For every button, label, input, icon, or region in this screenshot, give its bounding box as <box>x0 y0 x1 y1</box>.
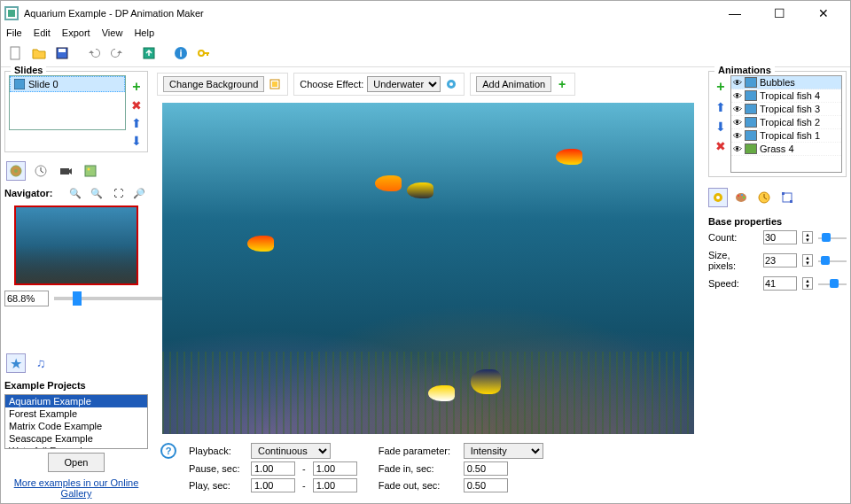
actual-size-icon[interactable]: 🔎 <box>130 184 148 202</box>
online-gallery-link[interactable]: More examples in our Online Gallery <box>4 477 148 499</box>
example-item[interactable]: Forest Example <box>5 407 147 420</box>
menu-edit[interactable]: Edit <box>34 27 51 38</box>
open-folder-icon[interactable] <box>29 43 49 63</box>
maximize-button[interactable]: ☐ <box>765 3 793 24</box>
visibility-icon[interactable]: 👁 <box>733 78 742 88</box>
timing-tab-icon[interactable] <box>754 188 774 207</box>
zoom-in-icon[interactable]: 🔍 <box>66 184 84 202</box>
navigator-preview[interactable] <box>14 205 138 285</box>
count-slider[interactable] <box>818 231 847 244</box>
transform-tab-icon[interactable] <box>777 188 797 207</box>
effect-select[interactable]: Underwater <box>367 76 441 92</box>
camera-tab-icon[interactable] <box>56 161 75 181</box>
fit-screen-icon[interactable]: ⛶ <box>109 184 127 202</box>
svg-point-25 <box>741 194 743 196</box>
right-panel: Animations + ⬆ ⬇ ✖ 👁Bubbles 👁Tropical fi… <box>705 67 850 502</box>
animations-list[interactable]: 👁Bubbles 👁Tropical fish 4 👁Tropical fish… <box>730 75 842 173</box>
count-spinner[interactable]: ▲▼ <box>802 231 813 244</box>
size-slider[interactable] <box>818 254 847 267</box>
minimize-button[interactable]: — <box>721 3 749 24</box>
navigator-label: Navigator: <box>4 188 63 198</box>
menu-help[interactable]: Help <box>134 27 154 38</box>
delete-slide-icon[interactable]: ✖ <box>131 98 142 112</box>
anim-thumb-icon <box>745 117 757 128</box>
gear-tab-icon[interactable] <box>708 188 728 207</box>
count-input[interactable] <box>763 230 797 244</box>
example-item[interactable]: Matrix Code Example <box>5 420 147 432</box>
example-item[interactable]: Seascape Example <box>5 432 147 445</box>
visibility-icon[interactable]: 👁 <box>733 131 742 141</box>
example-item[interactable]: Aquarium Example <box>5 395 147 407</box>
visibility-icon[interactable]: 👁 <box>733 144 742 154</box>
fade-in-input[interactable] <box>464 461 508 476</box>
example-item[interactable]: Waterfall Example <box>5 445 147 449</box>
size-input[interactable] <box>763 253 797 268</box>
help-icon[interactable]: ? <box>160 443 176 459</box>
delete-anim-icon[interactable]: ✖ <box>715 139 726 153</box>
count-label: Count: <box>708 232 758 243</box>
zoom-out-icon[interactable]: 🔍 <box>88 184 105 202</box>
clock-tab-icon[interactable] <box>31 161 51 181</box>
size-spinner[interactable]: ▲▼ <box>802 254 813 267</box>
move-slide-down-icon[interactable]: ⬇ <box>131 134 142 148</box>
music-tab-icon[interactable]: ♫ <box>31 353 51 373</box>
animation-item[interactable]: 👁Tropical fish 3 <box>731 103 841 116</box>
slides-list[interactable]: Slide 0 <box>9 75 126 130</box>
visibility-icon[interactable]: 👁 <box>733 105 742 114</box>
open-example-button[interactable]: Open <box>48 453 105 472</box>
canvas-fish <box>247 236 274 252</box>
play-max-input[interactable] <box>313 478 357 492</box>
animation-item[interactable]: 👁Tropical fish 2 <box>731 116 841 129</box>
examples-title: Example Projects <box>4 380 148 391</box>
pause-max-input[interactable] <box>313 461 357 476</box>
effect-settings-icon[interactable] <box>444 77 458 91</box>
visibility-icon[interactable]: 👁 <box>733 91 742 101</box>
export-icon[interactable] <box>139 43 159 63</box>
preview-canvas[interactable] <box>162 103 694 434</box>
new-file-icon[interactable] <box>6 43 26 63</box>
main-toolbar: i <box>1 40 850 67</box>
property-tabs <box>708 182 847 213</box>
crop-icon[interactable] <box>268 77 282 91</box>
change-background-button[interactable]: Change Background <box>163 76 264 92</box>
add-animation-button[interactable]: Add Animation <box>476 76 551 92</box>
slide-item[interactable]: Slide 0 <box>10 76 125 92</box>
canvas-fish <box>375 175 402 191</box>
animation-item[interactable]: 👁Tropical fish 4 <box>731 89 841 103</box>
save-icon[interactable] <box>52 43 72 63</box>
wheel-tab-icon[interactable] <box>6 161 26 181</box>
image-tab-icon[interactable] <box>81 161 100 181</box>
fade-param-select[interactable]: Intensity <box>464 443 543 459</box>
speed-slider[interactable] <box>818 277 847 290</box>
zoom-input[interactable] <box>4 291 49 306</box>
key-icon[interactable] <box>194 43 214 63</box>
speed-label: Speed: <box>708 278 758 289</box>
add-slide-icon[interactable]: + <box>132 79 140 95</box>
info-icon[interactable]: i <box>171 43 191 63</box>
move-anim-up-icon[interactable]: ⬆ <box>715 100 726 114</box>
play-min-input[interactable] <box>251 478 295 492</box>
anim-thumb-icon <box>745 143 757 154</box>
redo-icon[interactable] <box>107 43 127 63</box>
animation-item[interactable]: 👁Tropical fish 1 <box>731 129 841 143</box>
visibility-icon[interactable]: 👁 <box>733 118 742 128</box>
speed-spinner[interactable]: ▲▼ <box>802 277 813 290</box>
pause-min-input[interactable] <box>251 461 295 476</box>
animation-item[interactable]: 👁Bubbles <box>731 76 841 89</box>
speed-input[interactable] <box>763 276 797 291</box>
menu-view[interactable]: View <box>102 27 123 38</box>
examples-list[interactable]: Aquarium Example Forest Example Matrix C… <box>4 394 148 449</box>
undo-icon[interactable] <box>84 43 104 63</box>
palette-tab-icon[interactable] <box>731 188 751 207</box>
move-slide-up-icon[interactable]: ⬆ <box>131 116 142 130</box>
plus-icon[interactable]: + <box>555 77 569 91</box>
playback-select[interactable]: Continuous <box>251 443 331 459</box>
close-button[interactable]: ✕ <box>809 3 838 24</box>
move-anim-down-icon[interactable]: ⬇ <box>715 120 726 134</box>
favorites-tab-icon[interactable]: ★ <box>6 353 26 373</box>
animation-item[interactable]: 👁Grass 4 <box>731 143 841 156</box>
add-animation-icon[interactable]: + <box>716 79 724 95</box>
fade-out-input[interactable] <box>464 478 508 492</box>
menu-export[interactable]: Export <box>62 27 90 38</box>
menu-file[interactable]: File <box>6 27 22 38</box>
